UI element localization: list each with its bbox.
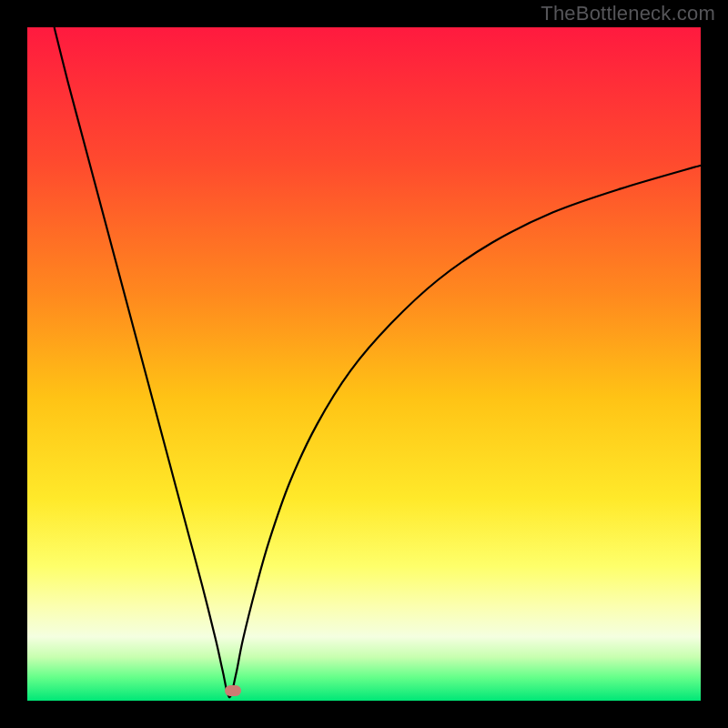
plot-area: [27, 27, 701, 701]
chart-stage: TheBottleneck.com: [0, 0, 728, 728]
gradient-bg: [27, 27, 701, 701]
svg-rect-0: [27, 27, 701, 701]
optimum-marker: [225, 685, 241, 696]
watermark-label: TheBottleneck.com: [541, 2, 715, 25]
